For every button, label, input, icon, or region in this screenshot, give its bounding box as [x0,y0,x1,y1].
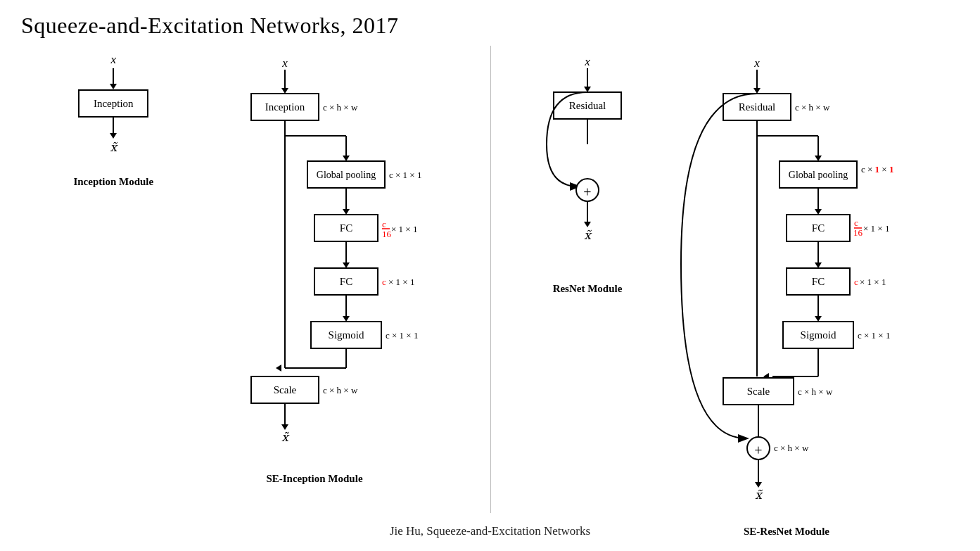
se-resnet-fc1-denom: 16 [853,227,863,238]
se-resnet-dim-sigmoid: c × 1 × 1 [858,330,890,341]
svg-marker-6 [343,156,350,161]
se-resnet-fc1-frac: c [854,217,858,228]
se-resnet-output: x̃ [755,488,763,502]
se-inception-output: x̃ [281,431,290,444]
svg-marker-16 [343,316,350,322]
se-resnet-input: x [753,56,760,70]
se-resnet-dim-residual: c × h × w [795,102,830,113]
se-inception-dim-inception: c × h × w [323,102,358,113]
svg-marker-60 [755,482,762,488]
se-inception-dim-fc1-denom: 16 [382,229,392,239]
se-inception-dim-global: c × 1 × 1 [389,170,421,180]
svg-marker-47 [815,262,822,268]
svg-marker-43 [815,209,822,215]
inception-simple-diagram: x Inception x̃ Inception Module [73,53,153,188]
inception-simple-input: x [111,53,117,67]
svg-marker-35 [753,88,761,94]
se-resnet-fc1-rest: × 1 × 1 [863,223,889,234]
inception-simple-box: Inception [78,89,148,118]
se-resnet-plus: + [754,443,762,458]
se-inception-diagram: x Inception c × h × w [237,53,441,517]
footer-text: Jie Hu, Squeeze-and-Excitation Networks [0,524,980,538]
svg-marker-9 [343,209,350,215]
resnet-simple-diagram: x Residual + [540,53,638,320]
se-resnet-dim-scale: c × h × w [798,386,833,397]
se-inception-dim-fc1-frac: c [382,219,386,229]
se-resnet-dim-plus: c × h × w [774,443,809,453]
resnet-simple-input: x [584,55,590,68]
resnet-simple-output: x̃ [584,229,592,242]
se-inception-scale: Scale [274,384,297,395]
se-resnet-diagram: x Residual c × h × w Global pooling [695,53,934,548]
resnet-simple-box: Residual [569,100,606,111]
se-resnet-fc2-red: c [854,277,858,287]
svg-marker-50 [815,316,822,322]
resnet-simple-caption: ResNet Module [553,283,623,294]
resnet-simple-plus: + [583,184,591,200]
se-inception-caption: SE-Inception Module [266,473,362,484]
svg-marker-26 [584,87,591,92]
se-inception-sigmoid: Sigmoid [329,329,364,341]
se-inception-input: x [281,56,288,70]
inception-simple-caption: Inception Module [73,176,153,188]
se-inception-global-pool: Global pooling [317,170,376,180]
se-resnet-residual-box: Residual [738,101,775,113]
se-resnet-fc1: FC [811,222,824,234]
se-inception-dim-sigmoid: c × 1 × 1 [386,330,418,341]
page-title: Squeeze-and-Excitation Networks, 2017 [0,0,980,46]
svg-marker-32 [584,222,591,227]
inception-simple-output: x̃ [110,140,117,155]
svg-marker-13 [343,262,350,268]
svg-marker-20 [276,365,281,372]
se-resnet-dim-global: c × 1 × 1 [861,164,893,175]
svg-marker-40 [815,156,822,161]
se-inception-box: Inception [265,101,305,113]
svg-marker-1 [281,88,288,94]
svg-marker-24 [281,424,288,430]
se-inception-fc2: FC [340,276,352,287]
se-resnet-fc2: FC [811,276,824,287]
se-inception-dim-fc1-rest: × 1 × 1 [391,224,417,234]
se-resnet-sigmoid: Sigmoid [800,329,836,341]
se-inception-dim-scale: c × h × w [323,385,358,395]
se-resnet-global-pool: Global pooling [788,170,847,180]
se-inception-dim-fc2-black: × 1 × 1 [388,277,414,287]
se-resnet-scale: Scale [746,386,770,397]
se-resnet-fc2-black: × 1 × 1 [860,277,886,287]
se-inception-dim-fc2-red: c [382,277,386,287]
se-inception-fc1: FC [340,222,352,234]
